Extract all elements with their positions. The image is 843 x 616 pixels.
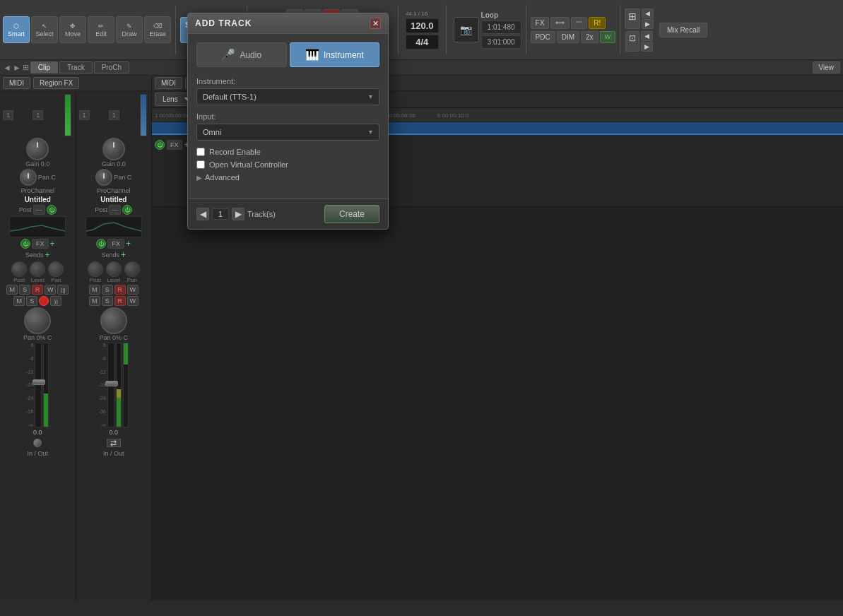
solo-btn-1[interactable]: S [19, 285, 30, 295]
fader-handle-2[interactable] [105, 381, 118, 386]
fx-mini-1[interactable]: FX [167, 140, 182, 150]
track-name-2[interactable]: Untitled [100, 196, 126, 203]
vu-btn[interactable]: W [600, 31, 616, 43]
dialog-tab-audio[interactable]: 🎤 Audio [196, 42, 287, 67]
mute-btn-1b[interactable]: M [13, 296, 25, 306]
fx-power-1[interactable]: ⏻ [20, 239, 30, 249]
grid-icon[interactable]: ⊞ [23, 63, 29, 72]
fader-handle-1[interactable] [33, 379, 45, 385]
mute-btn-2[interactable]: M [89, 285, 100, 295]
loop-val2[interactable]: 3:01:000 [481, 35, 521, 49]
rec-arm-btn-2b[interactable]: R [114, 296, 126, 306]
stereo-btn[interactable]: ⟺ [550, 17, 570, 29]
write-btn-2[interactable]: W [127, 285, 138, 295]
solo-btn-2[interactable]: S [102, 285, 113, 295]
move-tool-btn[interactable]: ✥ Move [59, 16, 86, 43]
activity-bar-1 [64, 94, 71, 136]
power-mini-1[interactable]: ⏻ [155, 140, 165, 150]
post-knob-2[interactable] [88, 261, 103, 277]
post-btn-2[interactable]: — [109, 205, 121, 215]
power-btn-1[interactable]: ⏻ [47, 205, 57, 215]
record-enable-label[interactable]: Record Enable [209, 148, 261, 156]
expand-btn[interactable]: ⊞ [625, 8, 640, 29]
fx-power-2[interactable]: ⏻ [96, 239, 106, 249]
loop-val1[interactable]: 1:01:480 [481, 20, 521, 34]
shrink-btn[interactable]: ⊡ [625, 31, 639, 52]
edit-tool-btn[interactable]: ✏ Edit [88, 16, 114, 43]
open-virtual-checkbox[interactable] [196, 160, 205, 169]
arrows-icon-2[interactable]: ⇄ [107, 439, 121, 447]
create-btn[interactable]: Create [324, 205, 379, 223]
forward-icon[interactable]: ► [13, 63, 21, 73]
mix-recall-btn[interactable]: Mix Recall [659, 23, 707, 37]
write-btn-1[interactable]: W [45, 285, 56, 295]
mute-btn-1[interactable]: M [6, 285, 18, 295]
meter-value[interactable]: 4/4 [406, 35, 439, 49]
headphone-icon-1[interactable] [33, 439, 42, 447]
level-knob-2[interactable] [106, 261, 122, 277]
midi-btn[interactable]: MIDI [3, 77, 30, 89]
post-knob-1[interactable] [11, 261, 27, 277]
gain-knob-1[interactable] [26, 138, 49, 160]
fx-btn[interactable]: FX [531, 17, 550, 29]
next-btn2[interactable]: ▶ [641, 42, 653, 52]
record-armed-btn[interactable]: R! [589, 17, 606, 29]
region-fx-btn[interactable]: Region FX [33, 77, 79, 89]
pan-knob-2[interactable] [95, 169, 112, 186]
pan-knob-sm-1[interactable] [48, 261, 64, 277]
fader-track-2[interactable] [107, 343, 114, 427]
wave-btn[interactable]: 〰 [571, 17, 587, 29]
ratio-btn[interactable]: 2x [581, 31, 599, 43]
prev-count-btn[interactable]: ◀ [196, 208, 209, 220]
select-tool-btn[interactable]: ↖ Select [31, 16, 58, 43]
tab-track[interactable]: Track [59, 61, 93, 73]
back-icon[interactable]: ◄ [3, 63, 11, 73]
advanced-row[interactable]: ▶ Advanced [196, 173, 379, 182]
track-name-1[interactable]: Untitled [25, 196, 51, 203]
prev-size-btn[interactable]: ◀ [642, 8, 654, 18]
pan-knob-sm-2[interactable] [124, 261, 140, 277]
mute-btn-2b[interactable]: M [89, 296, 100, 306]
input-select[interactable]: Omni MIDI Input 1 [196, 124, 379, 141]
tab-clip[interactable]: Clip [30, 61, 58, 73]
sends-add-2[interactable]: + [121, 250, 126, 260]
view-btn[interactable]: View [813, 61, 841, 73]
power-btn-2[interactable]: ⏻ [122, 205, 132, 215]
rec-arm-btn-1[interactable]: R [32, 285, 43, 295]
draw-tool-btn[interactable]: ✎ Draw [116, 16, 143, 43]
midi-btn-track[interactable]: MIDI [155, 77, 182, 89]
rec-arm-btn-2[interactable]: R [114, 285, 126, 295]
pan-knob-1[interactable] [20, 169, 37, 186]
dim-btn[interactable]: DIM [557, 31, 579, 43]
erase-tool-btn[interactable]: ⌫ Erase [144, 16, 171, 43]
solo-btn-2b[interactable]: S [102, 296, 113, 306]
open-virtual-label[interactable]: Open Virtual Controller [209, 160, 288, 169]
gain-knob-2[interactable] [102, 138, 125, 160]
track-num-1b: 1 [33, 110, 43, 120]
pdc-btn[interactable]: PDC [531, 31, 555, 43]
fader-track-1[interactable] [35, 343, 42, 427]
instrument-select[interactable]: Default (TTS-1) Dimension Pro Rapture [196, 88, 379, 105]
tab-proch[interactable]: ProCh [94, 61, 129, 73]
smart-tool-btn[interactable]: ⬡ Smart [3, 16, 30, 43]
dialog-close-btn[interactable]: ✕ [370, 18, 381, 29]
pan-large-knob-1[interactable] [24, 307, 51, 334]
fx-label-2[interactable]: FX [107, 239, 124, 249]
fx-label-1[interactable]: FX [32, 239, 49, 249]
level-knob-1[interactable] [30, 261, 45, 277]
pan-large-knob-2[interactable] [100, 307, 127, 334]
dialog-tab-instrument[interactable]: 🎹 Instrument [290, 42, 380, 67]
bpm-value[interactable]: 120.0 [406, 18, 439, 33]
post-btn-1[interactable]: — [33, 205, 45, 215]
next-size-btn[interactable]: ▶ [642, 19, 654, 29]
meter-btn-1[interactable]: ||| [57, 285, 69, 295]
record-enable-checkbox[interactable] [196, 148, 205, 156]
sends-add-1[interactable]: + [45, 250, 50, 260]
fx-add-2[interactable]: + [126, 239, 131, 249]
solo-btn-1b[interactable]: S [26, 296, 37, 306]
fx-add-1[interactable]: + [50, 239, 55, 249]
prev-btn2[interactable]: ◀ [641, 31, 653, 41]
next-count-btn[interactable]: ▶ [232, 208, 244, 220]
write-btn-2b[interactable]: W [127, 296, 138, 306]
monitor-btn-1[interactable]: )) [50, 296, 61, 306]
